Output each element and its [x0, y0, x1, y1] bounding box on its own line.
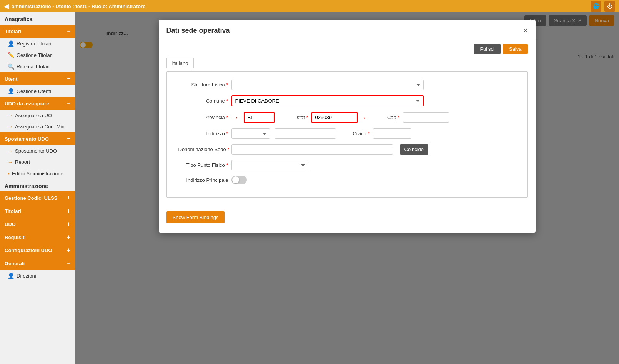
- struttura-fisica-select[interactable]: [231, 80, 424, 90]
- sidebar-group-requisiti[interactable]: Requisiti +: [0, 231, 75, 244]
- required-marker: *: [368, 131, 369, 136]
- civico-input[interactable]: [373, 128, 411, 139]
- sidebar-item-label: Registra Titolari: [17, 41, 51, 47]
- sidebar-section-anagrafica: Anagrafica: [0, 12, 75, 25]
- sidebar-item-assegnare-uo[interactable]: → Assegnare a UO: [0, 110, 75, 121]
- sidebar-item-registra-titolari[interactable]: 👤 Registra Titolari: [0, 38, 75, 49]
- sidebar-group-generali[interactable]: Generali −: [0, 257, 75, 270]
- arrow-icon: →: [8, 159, 13, 165]
- sidebar-group-gestione-codici[interactable]: Gestione Codici ULSS +: [0, 191, 75, 204]
- required-marker: *: [226, 162, 228, 168]
- sidebar-group-titolari[interactable]: Titolari −: [0, 25, 75, 38]
- sidebar-group-toggle: −: [67, 260, 70, 267]
- coincide-button[interactable]: Coincide: [400, 144, 429, 155]
- modal-overlay: Dati sede operativa × Pulisci Salva Ital…: [75, 12, 619, 364]
- istat-input[interactable]: [311, 112, 358, 123]
- modal-header: Dati sede operativa ×: [159, 20, 536, 40]
- pulisci-button[interactable]: Pulisci: [474, 44, 501, 54]
- sidebar-group-toggle: +: [67, 234, 70, 241]
- sidebar-item-label: Assegnare a Cod. Min.: [15, 124, 66, 130]
- sidebar-group-udo-assegnare[interactable]: UDO da assegnare −: [0, 97, 75, 110]
- sidebar-item-direzioni[interactable]: 👤 Direzioni: [0, 270, 75, 281]
- sidebar-group-spostamento[interactable]: Spostamento UDO −: [0, 132, 75, 145]
- arrow-provincia-icon: →: [231, 113, 239, 122]
- sidebar-group-titolari-label: Titolari: [5, 28, 21, 34]
- sidebar-item-gestione-titolari[interactable]: ✏️ Gestione Titolari: [0, 49, 75, 61]
- sidebar-item-label: Spostamento UDO: [15, 148, 57, 154]
- arrow-istat-icon: ←: [362, 113, 370, 122]
- sidebar-group-toggle: +: [67, 221, 70, 228]
- tab-container: Italiano: [166, 58, 528, 68]
- sidebar-group-configurazioni[interactable]: Configurazioni UDO +: [0, 244, 75, 257]
- sidebar-item-ricerca-titolari[interactable]: 🔍 Ricerca Titolari: [0, 61, 75, 72]
- form-row-struttura: Struttura Fisica *: [178, 80, 516, 90]
- form-row-indirizzo-principale: Indirizzo Principale: [178, 176, 516, 184]
- main-content: Filtro Scarica XLS Nuova Indirizz... Mod…: [75, 12, 619, 364]
- building-icon: ▪: [8, 170, 10, 176]
- indirizzo-principale-toggle[interactable]: [231, 176, 247, 184]
- sidebar-item-label: Report: [15, 159, 30, 165]
- modal-dialog: Dati sede operativa × Pulisci Salva Ital…: [159, 20, 536, 233]
- sidebar-item-label: Gestione Titolari: [17, 52, 53, 58]
- modal-body: Italiano Struttura Fisica *: [159, 54, 536, 205]
- sidebar-group-udo-assegnare-label: UDO da assegnare: [5, 101, 49, 106]
- edit-icon: ✏️: [8, 52, 14, 58]
- topbar-back-icon[interactable]: ◀: [4, 3, 8, 10]
- provincia-input[interactable]: [244, 112, 275, 123]
- sidebar-group-udo-toggle: −: [67, 100, 70, 107]
- sidebar-group-toggle: +: [67, 194, 70, 201]
- sidebar-group-titolari-admin[interactable]: Titolari +: [0, 204, 75, 218]
- form-row-indirizzo: Indirizzo * Civico *: [178, 128, 516, 139]
- sidebar-group-label: Generali: [5, 261, 25, 266]
- sidebar-group-utenti[interactable]: Utenti −: [0, 72, 75, 85]
- required-marker: *: [398, 115, 399, 120]
- sidebar-group-toggle: +: [67, 208, 70, 214]
- sidebar-group-label: Titolari: [5, 208, 21, 214]
- sidebar-group-spostamento-label: Spostamento UDO: [5, 136, 49, 142]
- arrow-icon: →: [8, 148, 13, 154]
- form-row-tipo-punto: Tipo Punto Fisico *: [178, 160, 516, 170]
- sidebar-group-label: UDO: [5, 221, 16, 227]
- modal-title: Dati sede operativa: [166, 27, 230, 35]
- tab-italiano[interactable]: Italiano: [166, 58, 194, 68]
- sidebar-item-label: Edifici Amministrazione: [12, 171, 63, 176]
- provincia-label: Provincia *: [178, 115, 228, 120]
- sidebar-group-label: Gestione Codici ULSS: [5, 195, 57, 201]
- sidebar-item-report[interactable]: → Report: [0, 156, 75, 168]
- topbar-title: amministrazione - Utente : test1 - Ruolo…: [12, 3, 145, 9]
- power-button[interactable]: ⏻: [604, 1, 615, 12]
- comune-label: Comune *: [178, 98, 228, 104]
- required-marker: *: [226, 98, 228, 104]
- indirizzo-select[interactable]: [231, 128, 270, 139]
- denominazione-input[interactable]: [231, 144, 393, 155]
- sidebar: Anagrafica Titolari − 👤 Registra Titolar…: [0, 12, 75, 364]
- user-icon: 👤: [8, 88, 14, 94]
- tipo-punto-fisico-select[interactable]: [231, 160, 308, 170]
- sidebar-item-label: Gestione Utenti: [17, 88, 51, 94]
- topbar: ◀ amministrazione - Utente : test1 - Ruo…: [0, 0, 619, 12]
- sidebar-group-toggle: +: [67, 247, 70, 254]
- required-marker: *: [226, 131, 228, 136]
- form-row-denominazione: Denominazione Sede * Coincide: [178, 144, 516, 155]
- sidebar-item-gestione-utenti[interactable]: 👤 Gestione Utenti: [0, 85, 75, 97]
- sidebar-item-label: Assegnare a UO: [15, 113, 52, 118]
- sidebar-group-udo-admin[interactable]: UDO +: [0, 218, 75, 231]
- indirizzo-principale-label: Indirizzo Principale: [178, 177, 228, 183]
- comune-select[interactable]: PIEVE DI CADORE: [231, 95, 424, 106]
- sidebar-item-assegnare-cod[interactable]: → Assegnare a Cod. Min.: [0, 121, 75, 132]
- globe-button[interactable]: 🌐: [591, 1, 601, 12]
- show-form-bindings-button[interactable]: Show Form Bindings: [166, 211, 225, 223]
- modal-close-button[interactable]: ×: [523, 26, 528, 35]
- sidebar-section-amministrazione: Amministrazione: [0, 179, 75, 191]
- toggle-knob: [232, 176, 239, 183]
- cap-input[interactable]: [403, 112, 449, 123]
- required-marker: *: [227, 146, 229, 152]
- salva-button[interactable]: Salva: [503, 44, 528, 54]
- indirizzo-input[interactable]: [275, 128, 336, 139]
- modal-toolbar: Pulisci Salva: [159, 40, 536, 54]
- sidebar-item-spostamento-udo[interactable]: → Spostamento UDO: [0, 145, 75, 156]
- sidebar-group-titolari-toggle: −: [67, 28, 70, 35]
- sidebar-item-edifici[interactable]: ▪ Edifici Amministrazione: [0, 168, 75, 179]
- user-icon: 👤: [8, 273, 14, 279]
- sidebar-item-label: Ricerca Titolari: [17, 64, 50, 70]
